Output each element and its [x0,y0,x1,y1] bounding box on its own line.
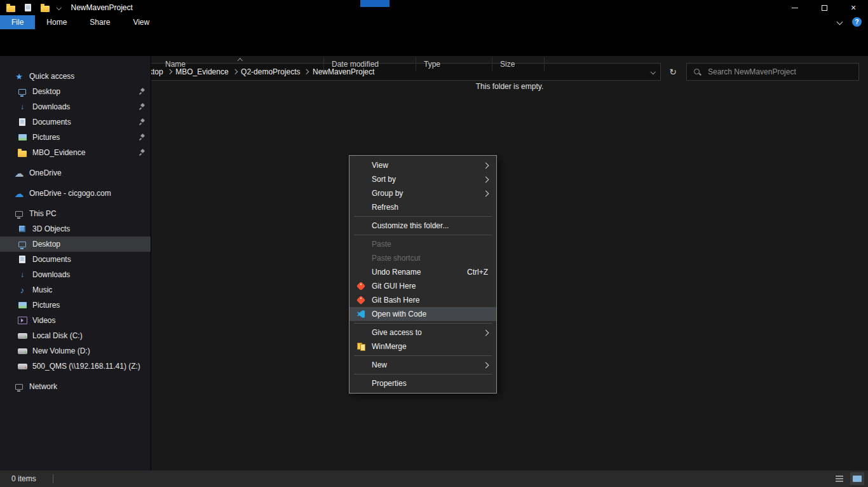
pin-icon [138,149,146,156]
menu-item-open-with-code[interactable]: Open with Code [349,307,496,321]
close-icon: × [851,3,856,13]
menu-separator [354,355,492,356]
folder-icon [17,147,27,158]
network-drive-icon [17,361,27,371]
column-header-date-modified[interactable]: Date modified [324,57,416,71]
download-icon: ↓ [17,102,27,112]
submenu-arrow-icon [483,329,489,336]
tab-view[interactable]: View [121,15,161,29]
cloud-icon: ☁ [14,168,24,178]
document-icon [17,254,27,264]
large-icons-view-icon [853,476,862,482]
maximize-button[interactable] [810,0,839,15]
drive-icon [17,331,27,341]
column-header-row: Name Date modified Type Size [151,57,868,71]
status-bar: 0 items [0,470,868,487]
status-divider [53,474,53,483]
sidebar-item-documents-thispc[interactable]: Documents [0,252,151,267]
large-icons-view-button[interactable] [850,472,864,485]
git-icon [356,295,366,305]
cloud-icon: ☁ [14,188,24,198]
ribbon-tab-bar: File Home Share View [0,15,868,29]
menu-item-winmerge[interactable]: WinMerge [349,340,496,353]
sidebar-item-network[interactable]: Network [0,379,151,394]
close-button[interactable]: × [839,0,868,15]
monitor-icon [17,239,27,249]
menu-item-view[interactable]: View [349,158,496,172]
customize-toolbar-chevron-icon[interactable] [57,5,62,10]
drive-icon [17,346,27,356]
download-icon: ↓ [17,270,27,280]
menu-item-paste: Paste [349,237,496,251]
sidebar-item-quick-access[interactable]: ★ Quick access [0,69,151,84]
minimize-button[interactable] [780,0,810,15]
vscode-icon [356,309,366,319]
tab-share[interactable]: Share [78,15,121,29]
menu-item-properties[interactable]: Properties [349,376,496,390]
sidebar-item-network-drive-z[interactable]: 500_QMS (\\192.168.11.41) (Z:) [0,359,151,374]
navigation-bar: ← → ↑ This PC Desktop MBO_Evidence Q2-de… [0,29,868,56]
sidebar-item-new-volume-d[interactable]: New Volume (D:) [0,343,151,359]
sidebar-item-local-disk-c[interactable]: Local Disk (C:) [0,328,151,343]
column-header-name[interactable]: Name [151,57,324,71]
git-icon [356,281,366,291]
star-icon: ★ [14,71,24,81]
video-icon [17,315,27,326]
shortcut-label: Ctrl+Z [467,268,490,277]
menu-item-new[interactable]: New [349,358,496,372]
sidebar-item-music[interactable]: ♪ Music [0,282,151,298]
pin-icon [138,88,146,95]
new-folder-icon[interactable] [40,3,50,13]
document-icon [17,117,27,127]
menu-item-refresh[interactable]: Refresh [349,200,496,214]
sidebar-item-pictures-quick[interactable]: Pictures [0,130,151,145]
expand-ribbon-chevron-icon[interactable] [837,19,843,25]
items-count: 0 items [11,474,36,483]
sidebar-item-onedrive-cicgogo[interactable]: ☁ OneDrive - cicgogo.com [0,186,151,201]
navigation-pane: ★ Quick access Desktop ↓ Downloads Docum… [0,56,151,470]
empty-folder-message: This folder is empty. [151,82,868,91]
submenu-arrow-icon [483,190,489,196]
sidebar-item-pictures-thispc[interactable]: Pictures [0,298,151,313]
blue-accent-strip [360,0,390,7]
menu-separator [354,216,492,217]
sort-ascending-icon [238,58,243,63]
properties-icon[interactable] [23,3,33,13]
cube-icon [17,224,27,234]
menu-item-group-by[interactable]: Group by [349,186,496,200]
menu-item-undo-rename[interactable]: Undo Rename Ctrl+Z [349,265,496,279]
menu-item-git-bash-here[interactable]: Git Bash Here [349,293,496,307]
details-view-button[interactable] [832,472,846,485]
menu-item-git-gui-here[interactable]: Git GUI Here [349,279,496,293]
sidebar-item-documents-quick[interactable]: Documents [0,114,151,130]
sidebar-item-videos[interactable]: Videos [0,313,151,328]
minimize-icon [792,8,798,8]
column-header-size[interactable]: Size [492,57,545,71]
maximize-icon [822,5,827,11]
menu-item-customize-this-folder[interactable]: Customize this folder... [349,219,496,233]
quick-access-toolbar [0,3,61,13]
sidebar-item-downloads-thispc[interactable]: ↓ Downloads [0,267,151,282]
sidebar-item-this-pc[interactable]: This PC [0,206,151,221]
menu-item-sort-by[interactable]: Sort by [349,172,496,186]
menu-separator [354,235,492,235]
picture-icon [17,132,27,142]
column-header-type[interactable]: Type [416,57,492,71]
menu-separator [354,323,492,324]
network-icon [14,381,24,392]
menu-item-give-access-to[interactable]: Give access to [349,326,496,340]
sidebar-item-downloads-quick[interactable]: ↓ Downloads [0,99,151,114]
tab-home[interactable]: Home [35,15,78,29]
details-view-icon [836,478,843,479]
sidebar-item-desktop-quick[interactable]: Desktop [0,84,151,99]
tab-file[interactable]: File [0,15,35,29]
pin-icon [138,103,146,111]
help-icon[interactable]: ? [852,17,862,27]
computer-icon [14,209,24,219]
submenu-arrow-icon [483,176,489,182]
title-bar: NewMavenProject × [0,0,868,15]
sidebar-item-desktop-thispc[interactable]: Desktop [0,237,151,252]
sidebar-item-onedrive[interactable]: ☁ OneDrive [0,165,151,181]
sidebar-item-3d-objects[interactable]: 3D Objects [0,221,151,237]
sidebar-item-mbo-evidence[interactable]: MBO_Evidence [0,145,151,160]
